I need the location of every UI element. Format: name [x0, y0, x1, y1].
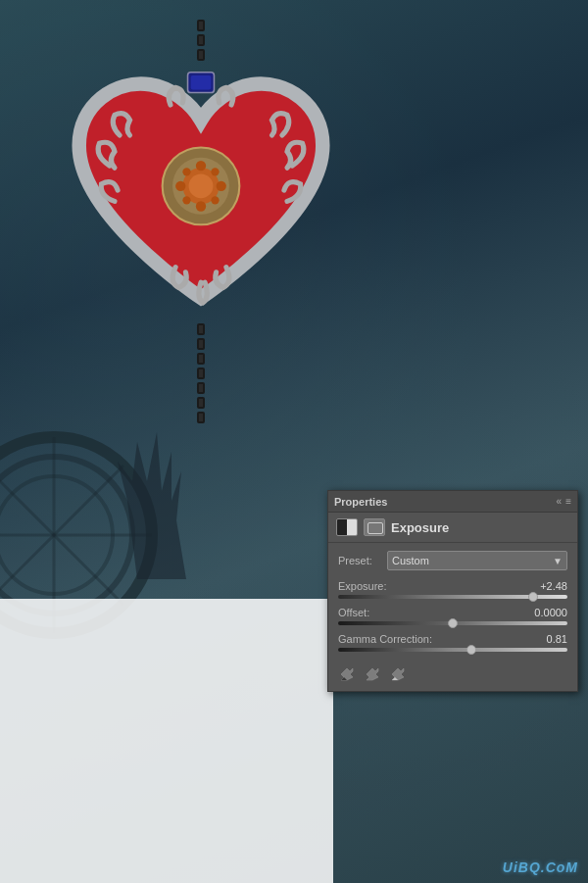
horns-decoration [108, 422, 206, 579]
gamma-value: 0.81 [518, 633, 567, 645]
panel-title: Properties [334, 496, 387, 508]
preset-label: Preset: [338, 555, 387, 566]
exposure-value: +2.48 [518, 580, 567, 592]
properties-panel: Properties « ≡ Exposure Preset: Custom ▼… [327, 490, 578, 692]
svg-point-7 [196, 201, 206, 211]
camera-raw-icon [364, 518, 385, 536]
svg-point-10 [182, 168, 190, 175]
svg-point-6 [196, 161, 206, 171]
section-title: Exposure [391, 520, 449, 535]
panel-controls: « ≡ [557, 496, 571, 507]
exposure-gradient-icon [336, 518, 358, 536]
black-point-eyedropper[interactable] [338, 665, 356, 683]
exposure-section: Exposure: +2.48 [338, 580, 567, 599]
svg-rect-1 [191, 75, 212, 90]
panel-menu-button[interactable]: ≡ [565, 496, 571, 507]
panel-titlebar: Properties « ≡ [328, 491, 577, 513]
offset-value: 0.0000 [518, 607, 567, 618]
panel-collapse-button[interactable]: « [557, 496, 563, 507]
exposure-slider-thumb[interactable] [528, 592, 538, 602]
watermark: UiBQ.CoM [503, 859, 578, 875]
gamma-slider-track[interactable] [338, 648, 567, 652]
heart-svg [59, 49, 343, 333]
gamma-label: Gamma Correction: [338, 633, 432, 645]
exposure-label: Exposure: [338, 580, 387, 592]
dropdown-arrow-icon: ▼ [553, 556, 563, 566]
white-point-eyedropper[interactable] [389, 665, 407, 683]
gamma-section: Gamma Correction: 0.81 [338, 633, 567, 652]
svg-point-9 [217, 181, 226, 191]
exposure-label-row: Exposure: +2.48 [338, 580, 567, 592]
offset-slider-thumb[interactable] [448, 618, 458, 628]
gamma-label-row: Gamma Correction: 0.81 [338, 633, 567, 645]
white-content-area [0, 599, 333, 883]
offset-section: Offset: 0.0000 [338, 607, 567, 625]
svg-point-11 [211, 168, 219, 175]
exposure-slider-track[interactable] [338, 595, 567, 599]
offset-slider-track[interactable] [338, 621, 567, 625]
panel-section-header: Exposure [328, 513, 577, 543]
preset-dropdown[interactable]: Custom ▼ [387, 551, 567, 570]
svg-point-12 [182, 196, 190, 204]
preset-value: Custom [392, 555, 429, 566]
preset-row: Preset: Custom ▼ [338, 551, 567, 570]
svg-point-5 [189, 173, 214, 198]
svg-point-8 [175, 181, 185, 191]
gamma-slider-thumb[interactable] [466, 645, 476, 655]
svg-point-13 [211, 196, 219, 204]
offset-label: Offset: [338, 607, 369, 618]
eyedropper-row [338, 660, 567, 683]
panel-content: Preset: Custom ▼ Exposure: +2.48 Offset:… [328, 543, 577, 691]
offset-label-row: Offset: 0.0000 [338, 607, 567, 618]
background-image [0, 0, 588, 883]
gray-point-eyedropper[interactable] [364, 665, 381, 683]
heart-ornament [49, 20, 353, 441]
